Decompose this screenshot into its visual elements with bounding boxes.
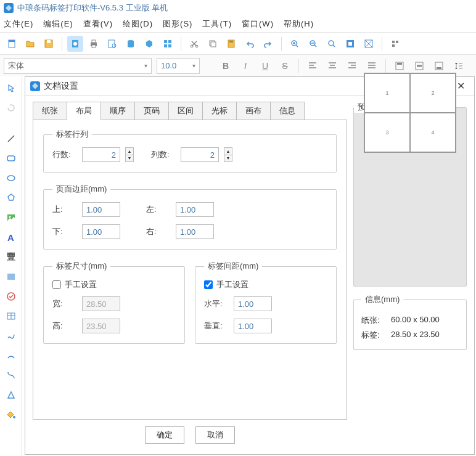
tab-order[interactable]: 顺序 [101,102,135,120]
qrcode-tool[interactable] [3,288,19,304]
menu-draw[interactable]: 绘图(D) [123,18,153,30]
cancel-button[interactable]: 取消 [195,426,235,444]
new-doc-button[interactable] [4,36,20,52]
line-spacing-button[interactable] [450,58,467,74]
font-size-select[interactable]: 10.0 [157,58,200,74]
valign-top-button[interactable] [391,58,408,74]
margin-right-input[interactable] [176,224,214,239]
valign-bottom-button[interactable] [430,58,448,74]
preview-cell-4: 4 [410,113,456,152]
margin-bottom-label: 下: [52,226,77,237]
cut-button[interactable] [186,36,202,52]
zoom-in-button[interactable] [287,36,303,52]
rowcol-legend: 标签行列 [52,129,92,140]
rich-text-tool[interactable]: 豐 [3,249,19,265]
toolbar-separator [62,37,62,51]
valign-middle-button[interactable] [411,58,428,74]
app-icon [4,3,14,13]
line-tool[interactable] [3,131,19,147]
doc-settings-button[interactable] [67,36,83,52]
margin-bottom-input[interactable] [82,224,120,239]
tab-paper[interactable]: 纸张 [33,102,67,120]
size-manual-input[interactable] [52,280,61,289]
print-preview-button[interactable] [104,36,120,52]
width-input [82,296,120,311]
cols-spinner[interactable]: ▲▼ [224,147,232,162]
redo-button[interactable] [260,36,276,52]
info-paper-label: 纸张: [361,315,386,326]
tab-info[interactable]: 信息 [270,102,305,120]
align-justify-button[interactable] [363,58,380,74]
size-manual-checkbox[interactable]: 手工设置 [52,279,176,290]
svg-rect-21 [211,42,216,47]
table-tool[interactable] [3,308,19,324]
italic-button[interactable]: I [237,58,254,74]
bold-button[interactable]: B [217,58,234,74]
tab-canvas[interactable]: 画布 [236,102,271,120]
text-tool[interactable]: A [3,229,19,245]
gap-manual-input[interactable] [204,280,213,289]
align-right-button[interactable] [343,58,361,74]
tab-range[interactable]: 区间 [168,102,203,120]
undo-button[interactable] [242,36,258,52]
grid-button[interactable] [160,36,176,52]
zoom-out-button[interactable] [305,36,321,52]
image-tool[interactable] [3,210,19,226]
info-fieldset: 信息(mm) 纸张: 60.00 x 50.00 标签: 28.50 x 23.… [353,294,467,350]
polygon-tool[interactable] [3,190,19,206]
hgap-input[interactable] [234,296,272,311]
ellipse-tool[interactable] [3,170,19,186]
paste-button[interactable] [223,36,239,52]
rows-input[interactable] [82,147,120,162]
barcode-tool[interactable] [3,269,19,285]
align-center-button[interactable] [324,58,341,74]
align-left-button[interactable] [304,58,321,74]
zoom-fit-button[interactable] [324,36,340,52]
vgap-input[interactable] [234,319,272,333]
tab-page[interactable]: 页码 [134,102,169,120]
menu-graphics[interactable]: 图形(S) [163,18,192,30]
print-button[interactable] [86,36,102,52]
fill-tool[interactable] [3,407,19,423]
svg-rect-17 [168,44,171,47]
rows-spinner[interactable]: ▲▼ [125,147,134,162]
fit-window-button[interactable] [342,36,358,52]
svg-rect-31 [396,41,398,43]
gap-manual-checkbox[interactable]: 手工设置 [204,279,327,290]
open-button[interactable] [22,36,38,52]
font-family-select[interactable]: 宋体 [4,58,152,74]
menubar: 文件(E) 编辑(E) 查看(V) 绘图(D) 图形(S) 工具(T) 窗口(W… [0,16,476,32]
menu-file[interactable]: 文件(E) [4,18,33,30]
menu-view[interactable]: 查看(V) [83,18,113,30]
curve-tool[interactable] [3,328,19,344]
copy-button[interactable] [205,36,221,52]
underline-button[interactable]: U [256,58,274,74]
svg-point-13 [128,45,134,47]
database-button[interactable] [123,36,139,52]
cube-button[interactable] [141,36,157,52]
tab-layout[interactable]: 布局 [67,102,101,120]
arc-tool[interactable] [3,348,19,364]
save-button[interactable] [41,36,57,52]
bezier-tool[interactable] [3,367,19,383]
margin-left-input[interactable] [176,202,214,217]
dialog-icon [30,81,40,91]
svg-rect-38 [437,67,441,69]
ok-button[interactable]: 确定 [145,426,184,444]
margin-top-input[interactable] [82,202,120,217]
rotate-tool[interactable] [3,100,19,116]
select-tool[interactable] [3,80,19,96]
strike-button[interactable]: S [276,58,293,74]
triangle-tool[interactable] [3,387,19,403]
menu-edit[interactable]: 编辑(E) [43,18,73,30]
object-properties-button[interactable] [387,36,403,52]
fit-selection-button[interactable] [361,36,377,52]
menu-tools[interactable]: 工具(T) [202,18,232,30]
cols-input[interactable] [181,147,219,162]
menu-window[interactable]: 窗口(W) [242,18,274,30]
tab-cursor[interactable]: 光标 [202,102,237,120]
rounded-rect-tool[interactable] [3,150,19,166]
menu-help[interactable]: 帮助(H) [284,18,314,30]
font-family-value: 宋体 [8,60,24,71]
preview-cell-2: 2 [410,73,456,113]
